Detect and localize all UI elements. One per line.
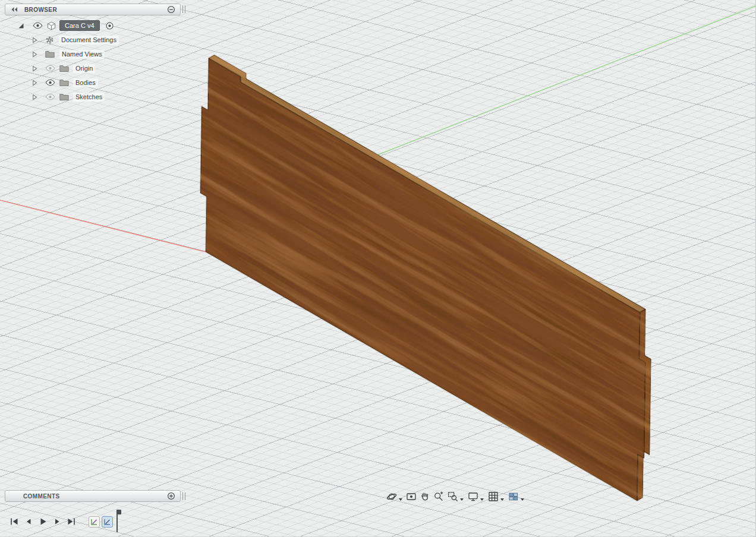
display-settings-dropdown-caret[interactable] — [480, 498, 484, 501]
viewports-icon[interactable] — [506, 489, 520, 504]
active-document-label[interactable]: Cara C v4 — [59, 20, 100, 31]
visibility-eye-icon[interactable] — [33, 22, 43, 29]
timeline-bar — [7, 511, 113, 532]
tree-row-document-settings[interactable]: Document Settings — [5, 33, 181, 47]
gear-icon — [45, 36, 54, 45]
tree-item-label: Origin — [73, 64, 95, 73]
folder-icon — [59, 93, 69, 101]
expanded-arrow-icon[interactable] — [18, 23, 24, 29]
panel-front-face[interactable] — [200, 55, 646, 504]
timeline-feature-track — [89, 516, 113, 527]
collapse-panel-icon[interactable] — [10, 5, 19, 14]
grid-icon[interactable] — [486, 489, 500, 504]
grid-settings-dropdown-caret[interactable] — [500, 498, 504, 501]
display-settings-tool-group — [466, 489, 485, 504]
visibility-off-eye-icon[interactable] — [45, 93, 55, 100]
collapsed-arrow-icon[interactable] — [32, 65, 37, 72]
x-axis-line — [0, 200, 206, 252]
tree-row-named-views[interactable]: Named Views — [5, 47, 181, 61]
browser-panel: BROWSER — [5, 4, 181, 104]
grid-settings-tool-group — [486, 489, 505, 504]
zoom-window-icon[interactable] — [446, 489, 459, 504]
tree-row-origin[interactable]: Origin — [5, 61, 181, 75]
timeline-go-to-start-button[interactable] — [7, 513, 21, 530]
navigation-toolbar — [384, 488, 526, 505]
timeline-sketch-feature-icon-selected[interactable] — [102, 516, 113, 527]
visibility-eye-icon[interactable] — [45, 79, 55, 86]
y-axis-line — [376, 6, 756, 156]
timeline-sketch-feature-icon[interactable] — [89, 516, 100, 527]
timeline-go-to-end-button[interactable] — [64, 513, 78, 530]
add-comment-icon[interactable] — [166, 491, 176, 501]
collapsed-arrow-icon[interactable] — [32, 94, 37, 100]
timeline-step-forward-button[interactable] — [50, 513, 64, 530]
collapsed-arrow-icon[interactable] — [32, 80, 37, 86]
tree-item-label: Document Settings — [59, 36, 119, 45]
tree-item-label: Sketches — [73, 93, 105, 102]
folder-icon — [45, 50, 55, 58]
collapsed-arrow-icon[interactable] — [32, 51, 37, 58]
orbit-dropdown-caret[interactable] — [399, 498, 402, 501]
orbit-icon[interactable] — [385, 489, 398, 504]
model-wood-panel[interactable] — [200, 48, 652, 507]
tree-row-bodies[interactable]: Bodies — [5, 75, 181, 90]
zoom-window-tool-group — [446, 489, 465, 504]
timeline-playhead[interactable] — [116, 510, 118, 532]
pan-hand-icon[interactable] — [418, 489, 431, 504]
minimize-panel-icon[interactable] — [166, 5, 176, 14]
look-at-icon[interactable] — [404, 489, 418, 504]
orbit-tool-group — [385, 489, 404, 504]
tree-item-label: Bodies — [73, 78, 98, 87]
comments-panel[interactable]: COMMENTS — [5, 490, 181, 502]
visibility-off-eye-icon[interactable] — [45, 65, 55, 72]
viewports-tool-group — [506, 489, 525, 504]
collapsed-arrow-icon[interactable] — [32, 37, 37, 43]
zoom-icon[interactable] — [431, 489, 445, 504]
browser-panel-header[interactable]: BROWSER — [5, 4, 181, 15]
timeline-play-button[interactable] — [36, 513, 50, 530]
timeline-step-back-button[interactable] — [21, 513, 36, 530]
zoom-window-dropdown-caret[interactable] — [460, 498, 464, 501]
browser-panel-title: BROWSER — [24, 7, 166, 13]
folder-icon — [59, 65, 69, 72]
application-window: BROWSER — [0, 0, 756, 537]
browser-tree: Cara C v4 Docume — [5, 18, 181, 104]
viewports-dropdown-caret[interactable] — [521, 498, 524, 501]
comments-panel-resize-grip[interactable] — [182, 492, 185, 500]
browser-panel-resize-grip[interactable] — [182, 5, 185, 13]
tree-row-document[interactable]: Cara C v4 — [5, 18, 181, 33]
display-settings-monitor-icon[interactable] — [466, 489, 480, 504]
folder-icon — [59, 79, 69, 87]
activate-component-radio-icon[interactable] — [105, 21, 114, 30]
tree-row-sketches[interactable]: Sketches — [5, 90, 181, 104]
comments-panel-title: COMMENTS — [23, 493, 166, 500]
component-cube-icon — [47, 21, 56, 30]
tree-item-label: Named Views — [59, 50, 105, 59]
